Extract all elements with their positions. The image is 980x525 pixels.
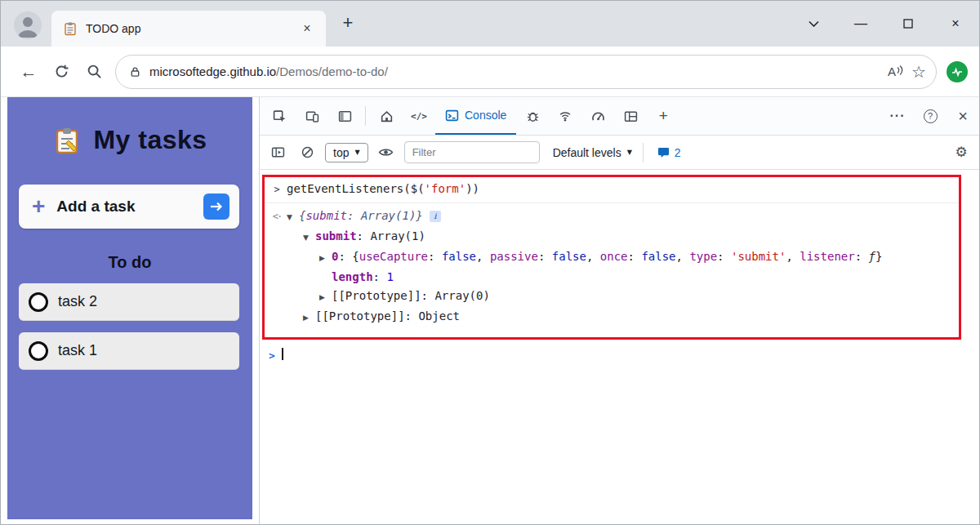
browser-tab[interactable]: TODO app × — [51, 11, 326, 47]
submit-task-arrow-button[interactable] — [203, 194, 229, 220]
browser-window: TODO app × + — × ← microsoftedge.gi — [0, 0, 980, 525]
todo-section-title: To do — [7, 253, 252, 272]
console-sidebar-icon[interactable] — [266, 141, 289, 164]
minimize-button[interactable]: — — [837, 1, 884, 47]
help-icon[interactable]: ? — [914, 97, 947, 135]
console-result-line: <· ▼{submit: Array(1)}i — [265, 207, 959, 227]
refresh-button[interactable] — [45, 56, 78, 88]
welcome-home-icon[interactable] — [370, 97, 403, 135]
titlebar: TODO app × + — × — [1, 1, 979, 47]
browser-toolbar: ← microsoftedge.github.io/Demos/demo-to-… — [1, 47, 979, 97]
tab-favicon-clipboard-icon — [63, 21, 78, 36]
device-emulation-icon[interactable] — [296, 97, 328, 135]
disclosure-triangle-icon[interactable]: ▶ — [319, 291, 332, 305]
tab-close-icon[interactable]: × — [298, 20, 316, 38]
task-checkbox[interactable] — [29, 292, 48, 312]
console-property-line: ▼submit: Array(1) — [265, 227, 959, 247]
person-icon — [14, 11, 42, 39]
disclosure-triangle-icon[interactable]: ▶ — [319, 251, 332, 265]
prototype-array-property: [[Prototype]]: Array(0) — [332, 289, 490, 302]
inspect-element-icon[interactable] — [263, 97, 296, 135]
object-preview: {submit: Array(1)} — [299, 209, 423, 222]
back-button[interactable]: ← — [12, 56, 45, 88]
toolbar-separator — [643, 143, 644, 162]
console-output: > getEventListeners($('form')) <· ▼{subm… — [260, 170, 979, 524]
elements-panel-icon[interactable]: </> — [403, 97, 435, 135]
chevron-down-icon: ▼ — [354, 149, 359, 156]
log-levels-dropdown[interactable]: Default levels ▼ — [553, 146, 632, 159]
tab-actions-chevron-icon[interactable] — [790, 1, 837, 47]
tab-console[interactable]: Console — [435, 97, 516, 135]
devtools-tabbar: </> Console + — [260, 97, 979, 136]
prototype-object-property: [[Prototype]]: Object — [315, 309, 460, 323]
disclosure-triangle-icon[interactable]: ▶ — [303, 311, 315, 325]
console-command-line: > getEventListeners($('form')) — [265, 177, 959, 203]
task-row[interactable]: task 2 — [19, 283, 239, 321]
annotation-highlight-red-box: > getEventListeners($('form')) <· ▼{subm… — [262, 175, 961, 340]
disclosure-triangle-icon[interactable]: ▼ — [287, 211, 299, 225]
close-devtools-icon[interactable]: × — [947, 97, 979, 135]
add-panel-icon[interactable]: + — [647, 97, 679, 135]
tab-title: TODO app — [86, 22, 290, 35]
new-tab-button[interactable]: + — [337, 12, 359, 33]
settings-gear-icon[interactable]: ⚙ — [950, 141, 973, 164]
console-property-line: length: 1 — [265, 268, 959, 287]
chevron-down-icon: ▼ — [627, 149, 632, 156]
close-window-button[interactable]: × — [932, 1, 979, 47]
layout-panels-icon[interactable] — [614, 97, 647, 135]
address-bar[interactable]: microsoftedge.github.io/Demos/demo-to-do… — [115, 55, 937, 89]
add-task-label: Add a task — [56, 198, 192, 216]
window-controls: — × — [790, 1, 979, 47]
message-bubble-icon — [657, 146, 670, 158]
browser-essentials-icon[interactable] — [947, 61, 968, 82]
console-input-marker-icon: > — [270, 182, 284, 197]
url-domain: microsoftedge.github.io — [149, 65, 276, 78]
console-toolbar: top ▼ Default levels ▼ 2 ⚙ — [260, 136, 979, 170]
favorites-star-icon[interactable]: ☆ — [911, 62, 926, 82]
page-viewport: My tasks + Add a task To do task 2 task … — [1, 97, 259, 524]
devtools-panel: </> Console + — [259, 97, 979, 524]
page-title: My tasks — [93, 125, 207, 155]
prompt-chevron-icon: > — [265, 348, 279, 363]
toolbar-separator — [365, 106, 366, 126]
javascript-context-dropdown[interactable]: top ▼ — [325, 143, 368, 162]
plus-icon: + — [32, 195, 45, 218]
submit-property: submit: Array(1) — [315, 229, 425, 242]
console-property-line: ▶0: {useCapture: false, passive: false, … — [265, 247, 959, 268]
task-row[interactable]: task 1 — [19, 332, 239, 370]
task-label: task 2 — [58, 293, 97, 310]
live-expression-eye-icon[interactable] — [375, 141, 398, 164]
url-text[interactable]: microsoftedge.github.io/Demos/demo-to-do… — [149, 65, 880, 78]
todo-app-panel: My tasks + Add a task To do task 2 task … — [7, 97, 252, 519]
profile-avatar[interactable] — [14, 11, 42, 39]
performance-gauge-icon[interactable] — [581, 97, 614, 135]
listener-entry: 0: {useCapture: false, passive: false, o… — [332, 250, 882, 263]
more-options-icon[interactable]: ··· — [881, 97, 914, 135]
add-task-button[interactable]: + Add a task — [19, 185, 239, 229]
console-filter-input[interactable] — [404, 141, 540, 163]
length-property: length: 1 — [332, 270, 394, 283]
tab-console-label: Console — [465, 109, 506, 122]
task-checkbox[interactable] — [29, 341, 48, 361]
text-cursor — [282, 348, 283, 360]
console-messages-badge[interactable]: 2 — [657, 146, 681, 159]
console-prompt[interactable]: > — [260, 345, 979, 365]
console-panel-icon — [445, 109, 459, 122]
clear-console-icon[interactable] — [296, 141, 318, 164]
read-aloud-icon[interactable]: A — [888, 65, 903, 78]
disclosure-triangle-icon[interactable]: ▼ — [303, 231, 315, 245]
console-result-block: <· ▼{submit: Array(1)}i ▼submit: Array(1… — [265, 203, 959, 332]
url-path: /Demos/demo-to-do/ — [276, 65, 388, 78]
info-icon[interactable]: i — [430, 211, 441, 222]
console-property-line: ▶[[Prototype]]: Object — [265, 307, 959, 327]
maximize-button[interactable] — [884, 1, 932, 47]
network-conditions-wifi-icon[interactable] — [549, 97, 581, 135]
issues-bug-icon[interactable] — [516, 97, 549, 135]
task-label: task 1 — [58, 342, 97, 359]
todo-header: My tasks — [7, 125, 252, 155]
clipboard-icon — [52, 126, 82, 155]
return-value-icon: <· — [270, 209, 284, 224]
search-icon[interactable] — [78, 56, 110, 88]
lock-icon[interactable] — [129, 65, 141, 78]
dock-panel-icon[interactable] — [328, 97, 361, 135]
